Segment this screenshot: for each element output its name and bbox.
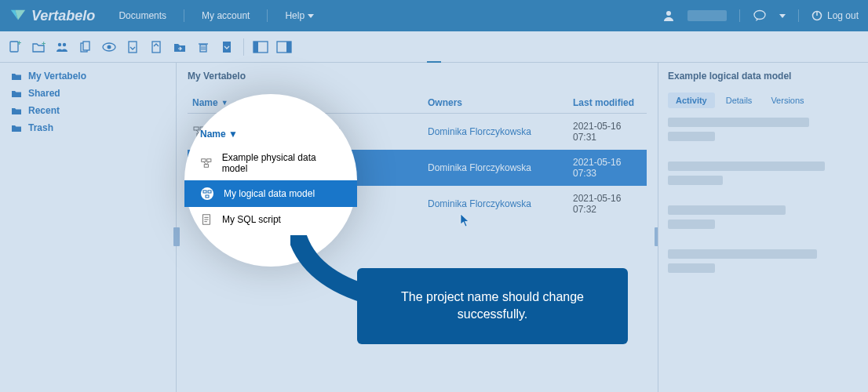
tab-activity[interactable]: Activity: [668, 93, 715, 108]
spotlight-row: Example physical data model: [184, 146, 357, 180]
physical-model-icon: [200, 157, 213, 169]
logout-label: Log out: [827, 10, 859, 21]
right-panel: Example logical data model Activity Deta…: [658, 63, 868, 392]
user-icon[interactable]: [662, 9, 675, 22]
svg-marker-1: [15, 10, 25, 20]
top-bar: Vertabelo Documents My account Help Log …: [0, 0, 868, 31]
spotlight-header: Name ▼: [184, 129, 357, 146]
tutorial-callout: The project name should change successfu…: [357, 268, 628, 344]
nav-separator: [184, 9, 184, 22]
right-panel-title: Example logical data model: [668, 71, 859, 82]
logical-model-icon: [200, 187, 214, 201]
chevron-down-icon: [779, 13, 786, 19]
mouse-cursor-icon: [460, 213, 471, 227]
svg-rect-17: [129, 42, 137, 53]
top-right: Log out: [662, 9, 859, 23]
svg-point-12: [63, 42, 66, 45]
tab-details[interactable]: Details: [718, 93, 760, 108]
sidebar-item-label: Recent: [28, 105, 60, 116]
new-folder-icon[interactable]: +: [30, 38, 47, 56]
svg-marker-2: [308, 14, 314, 18]
toolbar-separator: [243, 38, 244, 56]
svg-point-4: [754, 11, 765, 20]
row-owner[interactable]: Dominika Florczykowska: [428, 198, 573, 209]
layout-left-icon[interactable]: [252, 38, 269, 56]
svg-point-3: [666, 11, 671, 16]
chat-icon[interactable]: [753, 9, 767, 23]
sidebar-item-trash[interactable]: Trash: [0, 119, 176, 136]
svg-rect-44: [207, 159, 211, 162]
sidebar-item-shared[interactable]: Shared: [0, 85, 176, 102]
spotlight-row: My logical data model: [184, 180, 357, 207]
sidebar-item-label: My Vertabelo: [28, 71, 86, 82]
preview-icon[interactable]: [100, 38, 118, 56]
svg-rect-24: [223, 42, 231, 53]
brand-logo[interactable]: Vertabelo: [9, 7, 95, 24]
column-header-owners[interactable]: Owners: [428, 97, 573, 108]
svg-marker-5: [779, 14, 786, 18]
svg-rect-45: [204, 165, 208, 167]
svg-rect-26: [253, 42, 258, 53]
sidebar-item-label: Trash: [28, 122, 53, 133]
svg-point-16: [108, 45, 111, 49]
tab-versions[interactable]: Versions: [763, 93, 811, 108]
row-modified: 2021-05-16 07:32: [573, 193, 642, 215]
svg-point-11: [58, 42, 61, 45]
folder-icon: [11, 106, 22, 115]
sidebar: My Vertabelo Shared Recent Trash: [0, 63, 177, 392]
share-icon[interactable]: [53, 38, 71, 56]
resize-handle-left[interactable]: [173, 227, 180, 246]
svg-line-46: [203, 162, 206, 164]
new-file-icon[interactable]: +: [6, 38, 24, 56]
folder-icon: [11, 89, 22, 98]
svg-rect-28: [286, 42, 291, 53]
nav-separator: [267, 9, 268, 22]
row-owner[interactable]: Dominika Florczykowska: [428, 126, 573, 137]
toolbar: + +: [0, 31, 868, 63]
column-header-modified[interactable]: Last modified: [573, 97, 642, 108]
activity-feed: [668, 118, 859, 273]
copy-icon[interactable]: [77, 38, 94, 56]
row-owner[interactable]: Dominika Florczykowska: [428, 162, 573, 173]
separator: [798, 9, 799, 22]
brand-name: Vertabelo: [31, 8, 95, 24]
export-icon[interactable]: [124, 38, 141, 56]
svg-text:+: +: [42, 40, 46, 48]
logout-button[interactable]: Log out: [811, 10, 859, 21]
sql-script-icon: [200, 213, 213, 226]
sidebar-item-recent[interactable]: Recent: [0, 102, 176, 119]
breadcrumb-title: My Vertabelo: [188, 71, 647, 82]
nav-help[interactable]: Help: [285, 10, 314, 21]
import-icon[interactable]: [148, 38, 165, 56]
right-panel-tabs: Activity Details Versions: [668, 93, 859, 108]
row-modified: 2021-05-16 07:31: [573, 121, 642, 143]
user-name-placeholder: [687, 10, 727, 21]
sidebar-item-my-vertabelo[interactable]: My Vertabelo: [0, 67, 176, 85]
svg-line-47: [206, 162, 209, 164]
svg-text:+: +: [17, 40, 21, 47]
folder-icon: [11, 123, 22, 132]
top-nav: Documents My account Help: [119, 9, 314, 22]
svg-point-48: [201, 187, 213, 200]
folder-icon: [11, 71, 22, 81]
callout-text: The project name should change successfu…: [401, 290, 584, 321]
separator: [739, 9, 740, 22]
nav-my-account[interactable]: My account: [202, 10, 250, 21]
nav-help-label: Help: [285, 10, 305, 21]
trash-icon[interactable]: [195, 38, 212, 56]
spotlight-row: My SQL script: [184, 207, 357, 232]
layout-right-icon[interactable]: [275, 38, 293, 56]
sidebar-item-label: Shared: [28, 88, 60, 99]
download-icon[interactable]: [218, 38, 235, 56]
row-modified: 2021-05-16 07:33: [573, 157, 642, 179]
chevron-down-icon: [308, 13, 314, 19]
svg-rect-14: [83, 42, 89, 50]
move-folder-icon[interactable]: [171, 38, 188, 56]
svg-rect-43: [202, 159, 206, 162]
nav-documents[interactable]: Documents: [119, 10, 166, 21]
